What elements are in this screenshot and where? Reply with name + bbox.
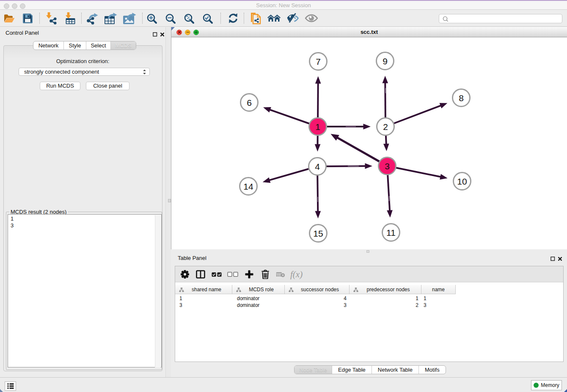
- svg-text:2: 2: [383, 122, 388, 132]
- svg-text:4: 4: [315, 162, 320, 171]
- svg-text:9: 9: [383, 56, 388, 66]
- svg-text:8: 8: [459, 93, 464, 103]
- svg-text:15: 15: [313, 229, 323, 238]
- svg-text:1: 1: [315, 122, 320, 132]
- svg-text:10: 10: [457, 177, 467, 186]
- svg-text:11: 11: [386, 228, 396, 237]
- svg-text:7: 7: [316, 57, 321, 66]
- svg-text:6: 6: [247, 98, 252, 108]
- svg-text:14: 14: [243, 182, 253, 191]
- svg-text:3: 3: [385, 161, 390, 171]
